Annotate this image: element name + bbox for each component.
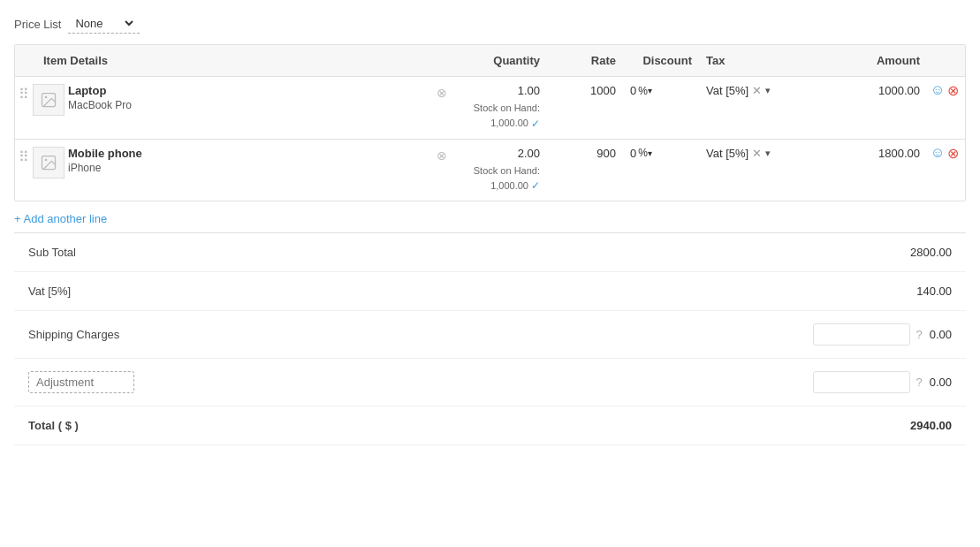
vat-value: 140.00 <box>916 285 952 298</box>
header-item: Item Details <box>15 45 452 77</box>
row-smile-icon[interactable]: ☺ <box>931 82 945 99</box>
adjustment-help-icon[interactable]: ? <box>915 376 922 389</box>
adjustment-label-area <box>28 371 134 393</box>
quantity-cell: 2.00 Stock on Hand: 1,000.00 ✓ <box>452 139 548 201</box>
adjustment-value: 0.00 <box>930 376 952 389</box>
total-value: 2940.00 <box>910 419 952 432</box>
drag-handle[interactable]: ⠿ <box>19 84 29 103</box>
discount-unit: %▾ <box>638 147 652 159</box>
item-remove-icon[interactable]: ⊗ <box>435 84 449 102</box>
adjustment-label-input[interactable] <box>28 371 134 393</box>
header-discount: Discount <box>623 45 699 77</box>
shipping-right: ? 0.00 <box>813 323 952 346</box>
price-list-dropdown[interactable]: None Standard Custom <box>68 14 140 34</box>
add-another-line-button[interactable]: + Add another line <box>14 212 107 225</box>
shipping-input[interactable] <box>813 323 910 346</box>
row-actions-cell: ☺ ⊗ <box>927 139 965 201</box>
drag-handle[interactable]: ⠿ <box>19 147 29 165</box>
vat-row: Vat [5%] 140.00 <box>14 272 966 311</box>
shipping-value: 0.00 <box>930 328 952 341</box>
table-row: ⠿ Mobile phone iPhone ⊗ 2.00 Stock on Ha… <box>15 139 965 201</box>
shipping-row: Shipping Charges ? 0.00 <box>14 311 966 359</box>
tax-chevron-icon[interactable]: ▾ <box>765 148 771 159</box>
summary-section: Sub Total 2800.00 Vat [5%] 140.00 Shippi… <box>14 232 966 445</box>
quantity-cell: 1.00 Stock on Hand: 1,000.00 ✓ <box>452 77 548 140</box>
rate-cell: 900 <box>547 139 623 201</box>
total-label: Total ( $ ) <box>28 419 79 432</box>
tax-clear-icon[interactable]: ✕ <box>752 84 762 97</box>
table-row: ⠿ Laptop MacBook Pro ⊗ 1.00 Stock on Han… <box>15 77 965 140</box>
line-items-table-wrapper: Item Details Quantity Rate Discount Tax … <box>14 44 966 201</box>
rate-cell: 1000 <box>547 77 623 140</box>
total-row: Total ( $ ) 2940.00 <box>14 406 966 445</box>
header-quantity: Quantity <box>452 45 548 77</box>
header-tax: Tax <box>699 45 832 77</box>
amount-cell: 1000.00 <box>832 77 928 140</box>
row-smile-icon[interactable]: ☺ <box>931 145 945 162</box>
amount-cell: 1800.00 <box>832 139 928 201</box>
tax-chevron-icon[interactable]: ▾ <box>765 85 771 96</box>
discount-value: 0 <box>630 147 636 160</box>
stock-info: Stock on Hand: 1,000.00 ✓ <box>460 101 541 132</box>
line-items-table: Item Details Quantity Rate Discount Tax … <box>15 45 965 201</box>
item-subname: MacBook Pro <box>68 99 431 111</box>
shipping-input-group: ? <box>813 323 922 346</box>
tax-cell: Vat [5%] ✕ ▾ <box>699 139 832 201</box>
adjustment-row: ? 0.00 <box>14 359 966 406</box>
item-image <box>33 84 65 116</box>
discount-cell: 0 %▾ <box>623 139 699 201</box>
subtotal-label: Sub Total <box>28 246 76 259</box>
svg-point-1 <box>45 96 48 99</box>
quantity-value: 2.00 <box>460 147 541 160</box>
stock-info: Stock on Hand: 1,000.00 ✓ <box>460 163 541 194</box>
vat-label: Vat [5%] <box>28 285 71 298</box>
discount-unit-chevron[interactable]: ▾ <box>648 86 652 95</box>
svg-point-3 <box>45 158 48 161</box>
subtotal-row: Sub Total 2800.00 <box>14 233 966 272</box>
discount-unit-chevron[interactable]: ▾ <box>648 148 652 158</box>
header-rate: Rate <box>547 45 623 77</box>
stock-check-icon: ✓ <box>531 116 540 132</box>
header-amount: Amount <box>832 45 928 77</box>
item-subname: iPhone <box>68 162 431 174</box>
stock-amount: 1,000.00 ✓ <box>490 116 540 132</box>
stock-check-icon: ✓ <box>531 178 540 194</box>
item-name: Mobile phone <box>68 147 431 160</box>
stock-amount: 1,000.00 ✓ <box>490 178 540 194</box>
row-delete-icon[interactable]: ⊗ <box>947 82 959 99</box>
discount-value: 0 <box>630 84 636 97</box>
discount-cell: 0 %▾ <box>623 77 699 140</box>
item-name-block: Mobile phone iPhone <box>68 147 431 174</box>
shipping-help-icon[interactable]: ? <box>915 328 922 341</box>
price-list-select-input[interactable]: None Standard Custom <box>72 16 136 31</box>
row-delete-icon[interactable]: ⊗ <box>947 145 959 162</box>
discount-unit: %▾ <box>638 85 652 97</box>
tax-badge: Vat [5%] <box>706 147 748 160</box>
quantity-value: 1.00 <box>460 84 541 97</box>
subtotal-value: 2800.00 <box>910 246 952 259</box>
item-name-block: Laptop MacBook Pro <box>68 84 431 111</box>
adjustment-right: ? 0.00 <box>813 371 952 393</box>
adjustment-input-group: ? <box>813 371 922 393</box>
tax-badge: Vat [5%] <box>706 84 748 97</box>
price-list-label: Price List <box>14 18 61 31</box>
shipping-label: Shipping Charges <box>28 328 119 341</box>
item-name: Laptop <box>68 84 431 97</box>
item-remove-icon[interactable]: ⊗ <box>435 147 449 164</box>
tax-clear-icon[interactable]: ✕ <box>752 147 762 160</box>
item-image <box>33 147 65 179</box>
add-line-row: + Add another line <box>14 212 966 225</box>
tax-cell: Vat [5%] ✕ ▾ <box>699 77 832 140</box>
row-actions-cell: ☺ ⊗ <box>927 77 965 140</box>
adjustment-input[interactable] <box>813 371 910 393</box>
